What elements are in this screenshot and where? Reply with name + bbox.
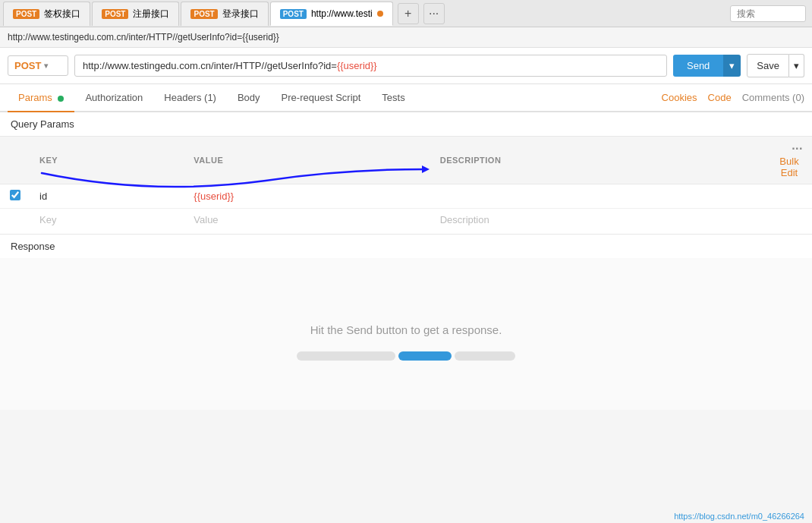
tab-bar: POST 签权接口 POST 注册接口 POST 登录接口 POST http:… bbox=[0, 0, 812, 27]
url-display[interactable]: http://www.testingedu.com.cn/inter/HTTP/… bbox=[74, 55, 667, 77]
tab-headers-label: Headers (1) bbox=[164, 92, 216, 103]
response-placeholder-text: Hit the Send button to get a response. bbox=[310, 323, 502, 336]
table-header-row: KEY VALUE DESCRIPTION ··· Bulk Edit bbox=[0, 137, 812, 184]
search-input[interactable] bbox=[730, 5, 806, 22]
tab-login[interactable]: POST 登录接口 bbox=[181, 2, 268, 26]
tab-register[interactable]: POST 注册接口 bbox=[92, 2, 179, 26]
content-area: Query Params KEY VALUE DESCRIPTION ··· B… bbox=[0, 112, 812, 410]
tabs-nav: Params Authorization Headers (1) Body Pr… bbox=[0, 84, 812, 112]
bar-right bbox=[455, 351, 515, 361]
tab-label-1: 签权接口 bbox=[44, 8, 80, 20]
tab-tests-label: Tests bbox=[382, 92, 404, 103]
save-button[interactable]: Save bbox=[747, 54, 789, 77]
tab-authorization-label: Authorization bbox=[85, 92, 143, 103]
method-arrow: ▾ bbox=[44, 61, 48, 70]
params-dot bbox=[58, 96, 64, 102]
save-group: Save ▾ bbox=[747, 54, 804, 77]
tab-label-2: 注册接口 bbox=[133, 8, 169, 20]
bar-left bbox=[297, 351, 395, 361]
save-dropdown-button[interactable]: ▾ bbox=[789, 54, 804, 77]
row-checkbox-cell bbox=[0, 184, 30, 209]
row-checkbox[interactable] bbox=[10, 190, 20, 200]
request-bar: POST ▾ http://www.testingedu.com.cn/inte… bbox=[0, 48, 812, 84]
method-badge-4: POST bbox=[280, 9, 307, 19]
code-link[interactable]: Code bbox=[708, 92, 732, 103]
new-row-value-placeholder: Value bbox=[194, 214, 218, 225]
more-dots-icon[interactable]: ··· bbox=[792, 142, 803, 155]
url-bar: http://www.testingedu.com.cn/inter/HTTP/… bbox=[0, 27, 812, 48]
url-text: http://www.testingedu.com.cn/inter/HTTP/… bbox=[8, 32, 279, 43]
tab-body-label: Body bbox=[238, 92, 260, 103]
new-row-value-cell[interactable]: Value bbox=[184, 209, 430, 232]
tab-prerequest-label: Pre-request Script bbox=[282, 92, 361, 103]
row-description-cell[interactable] bbox=[431, 184, 766, 209]
new-row-key-cell[interactable]: Key bbox=[30, 209, 184, 232]
new-row-key-placeholder: Key bbox=[39, 214, 56, 225]
method-badge-3: POST bbox=[190, 9, 217, 19]
tab-sign[interactable]: POST 签权接口 bbox=[3, 2, 90, 26]
col-checkbox bbox=[0, 137, 30, 184]
bar-middle bbox=[398, 351, 452, 361]
row-value-cell[interactable]: {{userid}} bbox=[184, 184, 430, 209]
active-dot bbox=[377, 11, 383, 17]
method-select[interactable]: POST ▾ bbox=[8, 55, 68, 76]
tab-params[interactable]: Params bbox=[8, 84, 74, 112]
tab-label-3: 登录接口 bbox=[222, 8, 259, 20]
tab-prerequest[interactable]: Pre-request Script bbox=[271, 84, 372, 112]
tab-authorization[interactable]: Authorization bbox=[74, 84, 153, 112]
tab-actions: + ··· bbox=[398, 3, 445, 24]
tab-right bbox=[730, 5, 812, 22]
tab-params-label: Params bbox=[18, 92, 52, 103]
table-row: id {{userid}} bbox=[0, 184, 812, 209]
comments-link: Comments (0) bbox=[742, 92, 804, 103]
tab-body[interactable]: Body bbox=[227, 84, 271, 112]
row-value-text: {{userid}} bbox=[194, 191, 234, 202]
bulk-edit-button[interactable]: Bulk Edit bbox=[776, 156, 803, 178]
new-row-actions-cell bbox=[766, 209, 812, 232]
new-row-description-placeholder: Description bbox=[440, 214, 489, 225]
tab-headers[interactable]: Headers (1) bbox=[153, 84, 227, 112]
cookies-link[interactable]: Cookies bbox=[662, 92, 697, 103]
tab-tests[interactable]: Tests bbox=[371, 84, 415, 112]
response-placeholder: Hit the Send button to get a response. bbox=[0, 258, 812, 410]
col-key: KEY bbox=[30, 137, 184, 184]
row-actions-cell bbox=[766, 184, 812, 209]
url-part-1: http://www.testingedu.com.cn/inter/HTTP/… bbox=[83, 60, 337, 71]
add-tab-button[interactable]: + bbox=[398, 3, 419, 24]
response-section: Response bbox=[0, 234, 812, 258]
tab-active[interactable]: POST http://www.testi bbox=[270, 2, 393, 26]
row-key-cell[interactable]: id bbox=[30, 184, 184, 209]
send-group: Send ▾ bbox=[673, 55, 741, 77]
response-title: Response bbox=[11, 241, 55, 252]
new-row: Key Value Description bbox=[0, 209, 812, 232]
col-description: DESCRIPTION bbox=[431, 137, 766, 184]
right-links: Cookies Code Comments (0) bbox=[662, 92, 804, 103]
col-value: VALUE bbox=[184, 137, 430, 184]
col-actions: ··· Bulk Edit bbox=[766, 137, 812, 184]
new-row-checkbox-cell bbox=[0, 209, 30, 232]
tab-label-4: http://www.testi bbox=[311, 8, 373, 19]
placeholder-bars bbox=[297, 351, 515, 361]
send-button[interactable]: Send bbox=[673, 55, 723, 77]
params-table: KEY VALUE DESCRIPTION ··· Bulk Edit bbox=[0, 136, 812, 231]
more-tabs-button[interactable]: ··· bbox=[423, 3, 445, 24]
row-key-value: id bbox=[39, 191, 47, 202]
section-title: Query Params bbox=[0, 112, 812, 136]
method-label: POST bbox=[14, 60, 41, 71]
method-badge-1: POST bbox=[13, 9, 39, 19]
send-dropdown-button[interactable]: ▾ bbox=[723, 55, 741, 77]
url-template-var: {{userid}} bbox=[337, 60, 377, 71]
new-row-description-cell[interactable]: Description bbox=[431, 209, 766, 232]
method-badge-2: POST bbox=[102, 9, 128, 19]
